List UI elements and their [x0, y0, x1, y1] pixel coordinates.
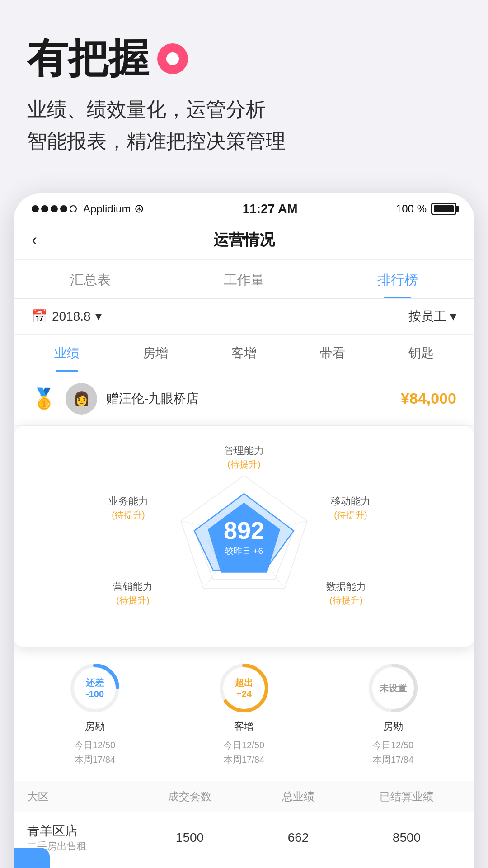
battery-fill	[434, 205, 454, 212]
app-header: ‹ 运营情况	[14, 221, 474, 260]
col-header-0: 大区	[27, 789, 136, 804]
rank-name: 赠汪伦-九眼桥店	[106, 390, 199, 407]
circle-2: 未设置	[366, 661, 420, 715]
signal-dot-4	[60, 205, 67, 212]
brand-logo-circle	[157, 43, 188, 74]
wifi-icon: ⊛	[134, 202, 144, 216]
circle-text-1: 超出 +24	[230, 677, 258, 699]
carrier-name: Applidium	[83, 203, 131, 215]
date-value: 2018.8	[52, 309, 91, 324]
cell-col3-0: 662	[244, 830, 352, 845]
date-chevron: ▾	[95, 309, 102, 324]
col-header-3: 已结算业绩	[352, 789, 461, 804]
rank-avatar: 👩	[66, 383, 97, 415]
blue-corner-decoration	[14, 848, 50, 868]
status-left: Applidium ⊛	[32, 202, 144, 216]
group-value: 按员工	[408, 308, 446, 325]
sub-tab-customer-increase[interactable]: 客增	[200, 335, 288, 372]
score-subtitle: 较昨日 +6	[225, 545, 263, 557]
col-header-1: 成交套数	[136, 789, 244, 804]
main-tab-bar: 汇总表 工作量 排行榜	[14, 260, 474, 299]
battery-text: 100 %	[396, 203, 427, 215]
radar-label-bottom-right: 数据能力 (待提升)	[326, 580, 366, 607]
sub-tab-showing[interactable]: 带看	[288, 335, 377, 372]
score-number: 892	[224, 518, 264, 542]
app-title: 运营情况	[213, 230, 275, 250]
hero-title-text: 有把握	[27, 36, 149, 81]
sub-tab-performance[interactable]: 业绩	[23, 335, 111, 372]
radar-label-right: 移动能力 (待提升)	[331, 495, 371, 521]
sub-tab-house-increase[interactable]: 房增	[111, 335, 200, 372]
cell-col4-0: 8500	[352, 830, 461, 845]
signal-dot-3	[51, 205, 58, 212]
cell-col2-0: 1500	[136, 830, 244, 845]
back-button[interactable]: ‹	[32, 231, 37, 250]
status-bar: Applidium ⊛ 11:27 AM 100 %	[14, 193, 474, 221]
rank-left: 🥇 👩 赠汪伦-九眼桥店	[32, 383, 199, 415]
group-chevron: ▾	[450, 309, 456, 324]
score-badge: 892 较昨日 +6	[208, 503, 280, 573]
sub-tab-key[interactable]: 钥匙	[377, 335, 465, 372]
phone-screen: Applidium ⊛ 11:27 AM 100 % ‹ 运营情况 汇总表 工作…	[14, 193, 474, 868]
signal-dots	[32, 205, 77, 212]
signal-dot-2	[41, 205, 48, 212]
status-time: 11:27 AM	[243, 202, 298, 216]
calendar-icon: 📅	[32, 309, 47, 324]
radar-label-top: 管理能力 (待提升)	[224, 444, 264, 471]
radar-card: 管理能力 (待提升) 移动能力 (待提升) 数据能力 (待提升) 营销能力 (待…	[14, 426, 474, 647]
hero-section: 有把握 业绩、绩效量化，运管分析 智能报表，精准把控决策管理	[0, 0, 488, 175]
progress-cards: 还差 -100 房勘 今日12/50 本周17/84 超出 +24	[14, 647, 474, 780]
hero-subtitle-line1: 业绩、绩效量化，运管分析	[27, 94, 461, 125]
status-right: 100 %	[396, 203, 456, 215]
hero-title-container: 有把握	[27, 36, 461, 81]
bottom-ranking-row: 8 👤 蒲向阳-春熙路店 ¥45,600	[14, 863, 474, 868]
table-header: 大区 成交套数 总业绩 已结算业绩	[14, 781, 474, 812]
brand-logo-inner	[166, 52, 179, 65]
table-section: 大区 成交套数 总业绩 已结算业绩 青羊区店 二手房出售租 1500 662 8…	[14, 781, 474, 863]
signal-dot-5	[70, 205, 77, 212]
table-row-0: 青羊区店 二手房出售租 1500 662 8500	[14, 812, 474, 863]
radar-label-bottom-left: 营销能力 (待提升)	[113, 580, 153, 607]
battery-bar	[431, 203, 456, 215]
top-ranking-row: 🥇 👩 赠汪伦-九眼桥店 ¥84,000	[14, 372, 474, 426]
circle-0: 还差 -100	[68, 661, 122, 715]
hero-subtitle-line2: 智能报表，精准把控决策管理	[27, 125, 461, 157]
progress-card-1: 超出 +24 客增 今日12/50 本周17/84	[172, 661, 316, 767]
tab-workload[interactable]: 工作量	[167, 260, 321, 298]
hero-subtitle: 业绩、绩效量化，运管分析 智能报表，精准把控决策管理	[27, 94, 461, 157]
tab-ranking[interactable]: 排行榜	[321, 260, 474, 298]
circle-1: 超出 +24	[217, 661, 271, 715]
circle-text-2: 未设置	[380, 682, 407, 694]
tab-summary[interactable]: 汇总表	[14, 260, 167, 298]
radar-chart: 管理能力 (待提升) 移动能力 (待提升) 数据能力 (待提升) 营销能力 (待…	[131, 444, 357, 625]
progress-card-2: 未设置 房勘 今日12/50 本周17/84	[321, 661, 465, 767]
radar-label-left: 业务能力 (待提升)	[108, 495, 148, 521]
sub-tab-bar: 业绩 房增 客增 带看 钥匙	[14, 335, 474, 372]
signal-dot-1	[32, 205, 39, 212]
progress-card-0: 还差 -100 房勘 今日12/50 本周17/84	[23, 661, 167, 767]
group-filter[interactable]: 按员工 ▾	[408, 308, 456, 325]
rank-badge: 🥇	[32, 387, 56, 410]
score-pentagon: 892 较昨日 +6	[208, 503, 280, 573]
col-header-2: 总业绩	[244, 789, 352, 804]
filter-row: 📅 2018.8 ▾ 按员工 ▾	[14, 299, 474, 335]
rank-amount: ¥84,000	[401, 390, 456, 407]
date-filter[interactable]: 📅 2018.8 ▾	[32, 309, 102, 324]
circle-text-0: 还差 -100	[81, 677, 108, 699]
phone-mockup: Applidium ⊛ 11:27 AM 100 % ‹ 运营情况 汇总表 工作…	[14, 193, 474, 868]
